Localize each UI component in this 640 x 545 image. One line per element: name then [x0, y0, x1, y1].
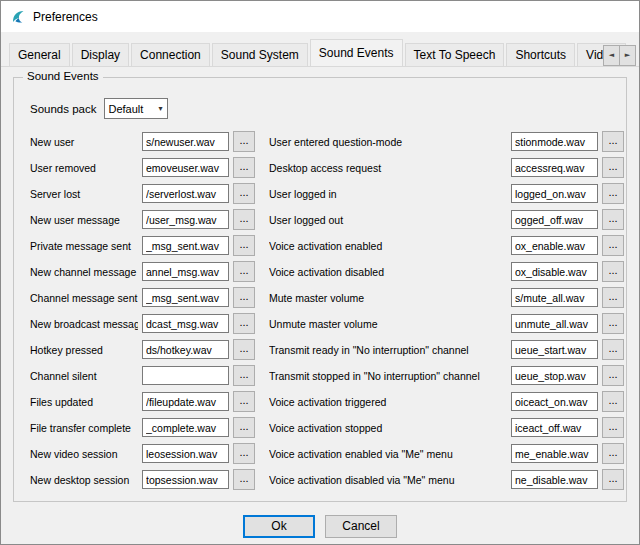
browse-button[interactable]: ... [602, 339, 624, 360]
tab-shortcuts[interactable]: Shortcuts [506, 43, 575, 66]
browse-button[interactable]: ... [602, 261, 624, 282]
sound-file-input[interactable] [142, 366, 229, 385]
browse-button[interactable]: ... [233, 313, 255, 334]
sound-file-input[interactable] [511, 470, 598, 489]
sound-file-input[interactable] [142, 470, 229, 489]
sound-file-input[interactable] [142, 340, 229, 359]
browse-button[interactable]: ... [602, 183, 624, 204]
event-label: Voice activation triggered [269, 396, 507, 408]
sound-file-input[interactable] [511, 132, 598, 151]
browse-button[interactable]: ... [233, 339, 255, 360]
tab-scroll-left-icon[interactable]: ◄ [603, 45, 620, 66]
cancel-button[interactable]: Cancel [325, 515, 397, 538]
sound-event-row: New channel message ... Voice activation… [30, 261, 614, 282]
tab-scroll-right-icon[interactable]: ► [619, 45, 636, 66]
browse-button[interactable]: ... [233, 443, 255, 464]
event-label: File transfer complete [30, 422, 138, 434]
sound-file-input[interactable] [142, 314, 229, 333]
sound-file-input[interactable] [142, 418, 229, 437]
sound-file-input[interactable] [511, 444, 598, 463]
sound-file-input[interactable] [142, 262, 229, 281]
sounds-pack-label: Sounds pack [30, 103, 97, 115]
event-label: Transmit ready in "No interruption" chan… [269, 344, 507, 356]
event-label: Hotkey pressed [30, 344, 138, 356]
sound-file-input[interactable] [511, 340, 598, 359]
tab-strip: General Display Connection Sound System … [1, 32, 639, 67]
sound-file-input[interactable] [511, 288, 598, 307]
sound-file-input[interactable] [142, 236, 229, 255]
tab-display[interactable]: Display [72, 43, 129, 66]
sound-file-input[interactable] [142, 444, 229, 463]
browse-button[interactable]: ... [233, 183, 255, 204]
browse-button[interactable]: ... [233, 365, 255, 386]
sounds-pack-dropdown[interactable]: Default ▾ [104, 98, 168, 119]
sound-event-row: User removed ... Desktop access request … [30, 157, 614, 178]
tab-text-to-speech[interactable]: Text To Speech [405, 43, 505, 66]
browse-button[interactable]: ... [602, 157, 624, 178]
sound-file-input[interactable] [511, 392, 598, 411]
event-label: Voice activation enabled [269, 240, 507, 252]
sound-file-input[interactable] [511, 236, 598, 255]
tab-sound-events[interactable]: Sound Events [310, 39, 403, 67]
sound-file-input[interactable] [511, 184, 598, 203]
event-label: New channel message [30, 266, 138, 278]
event-label: Unmute master volume [269, 318, 507, 330]
browse-button[interactable]: ... [233, 391, 255, 412]
browse-button[interactable]: ... [602, 313, 624, 334]
sound-file-input[interactable] [142, 210, 229, 229]
browse-button[interactable]: ... [602, 287, 624, 308]
ok-button[interactable]: Ok [243, 515, 315, 538]
sounds-pack-value: Default [109, 103, 144, 115]
browse-button[interactable]: ... [602, 131, 624, 152]
sound-event-row: New user message ... User logged out ... [30, 209, 614, 230]
tab-bar: General Display Connection Sound System … [1, 39, 639, 67]
sound-event-row: New user ... User entered question-mode … [30, 131, 614, 152]
sound-file-input[interactable] [142, 132, 229, 151]
event-label: Voice activation enabled via "Me" menu [269, 448, 507, 460]
sounds-pack-row: Sounds pack Default ▾ [30, 98, 614, 119]
sound-file-input[interactable] [142, 392, 229, 411]
tab-general[interactable]: General [9, 43, 70, 66]
event-label: Channel message sent [30, 292, 138, 304]
event-label: User logged out [269, 214, 507, 226]
browse-button[interactable]: ... [233, 209, 255, 230]
event-label: Voice activation disabled [269, 266, 507, 278]
sound-event-row: Channel silent ... Transmit stopped in "… [30, 365, 614, 386]
app-icon [10, 9, 26, 25]
sound-file-input[interactable] [511, 158, 598, 177]
browse-button[interactable]: ... [602, 417, 624, 438]
browse-button[interactable]: ... [602, 469, 624, 490]
sound-file-input[interactable] [511, 314, 598, 333]
sound-events-group: Sound Events Sounds pack Default ▾ New u… [13, 77, 627, 502]
browse-button[interactable]: ... [602, 443, 624, 464]
sound-event-row: Private message sent ... Voice activatio… [30, 235, 614, 256]
sound-event-rows: New user ... User entered question-mode … [30, 131, 614, 490]
dialog-footer: Ok Cancel [1, 506, 639, 545]
event-label: Voice activation stopped [269, 422, 507, 434]
browse-button[interactable]: ... [233, 469, 255, 490]
browse-button[interactable]: ... [602, 365, 624, 386]
event-label: User entered question-mode [269, 136, 507, 148]
tab-sound-system[interactable]: Sound System [212, 43, 308, 66]
sound-file-input[interactable] [511, 418, 598, 437]
browse-button[interactable]: ... [233, 235, 255, 256]
browse-button[interactable]: ... [602, 235, 624, 256]
sound-event-row: Channel message sent ... Mute master vol… [30, 287, 614, 308]
tab-scroll-buttons: ◄ ► [603, 45, 636, 66]
browse-button[interactable]: ... [233, 157, 255, 178]
sound-file-input[interactable] [511, 366, 598, 385]
sound-file-input[interactable] [142, 288, 229, 307]
browse-button[interactable]: ... [233, 417, 255, 438]
browse-button[interactable]: ... [233, 261, 255, 282]
browse-button[interactable]: ... [602, 209, 624, 230]
sound-file-input[interactable] [511, 262, 598, 281]
sound-file-input[interactable] [142, 184, 229, 203]
browse-button[interactable]: ... [233, 131, 255, 152]
sound-file-input[interactable] [142, 158, 229, 177]
browse-button[interactable]: ... [602, 391, 624, 412]
sound-event-row: New desktop session ... Voice activation… [30, 469, 614, 490]
browse-button[interactable]: ... [233, 287, 255, 308]
preferences-dialog: Preferences General Display Connection S… [0, 0, 640, 545]
sound-file-input[interactable] [511, 210, 598, 229]
tab-connection[interactable]: Connection [131, 43, 210, 66]
